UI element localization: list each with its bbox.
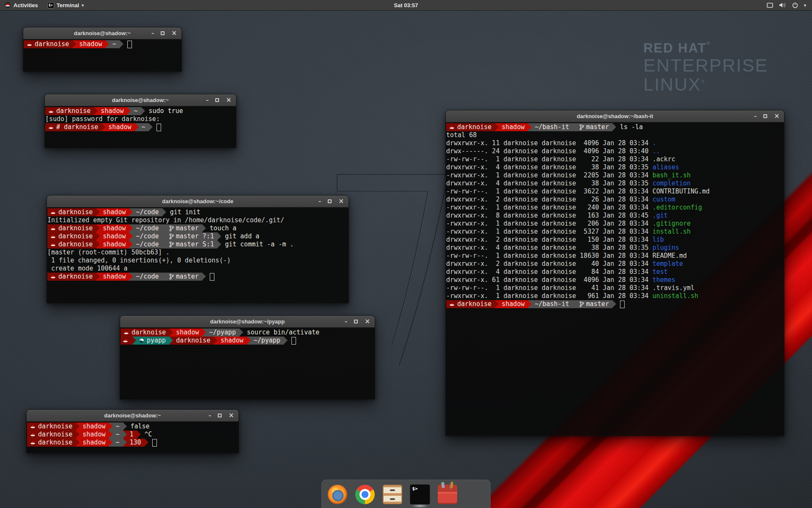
powerline-segment: ~/code bbox=[133, 224, 162, 232]
terminal-icon bbox=[410, 485, 430, 504]
powerline-separator-icon bbox=[137, 431, 141, 439]
close-button[interactable]: × bbox=[226, 94, 231, 106]
redhat-icon bbox=[123, 330, 129, 335]
terminal-content[interactable]: darknoiseshadow~/bash-itmasterls -latota… bbox=[446, 122, 784, 436]
terminal-cursor bbox=[210, 273, 214, 281]
powerline-segment: master bbox=[576, 300, 612, 308]
powerline-segment: ~ bbox=[112, 422, 123, 431]
powerline-separator-icon bbox=[76, 422, 80, 431]
powerline-separator-icon bbox=[217, 232, 221, 240]
command-text: touch a bbox=[210, 224, 236, 232]
powerline-separator-icon bbox=[96, 240, 100, 248]
close-button[interactable]: × bbox=[365, 316, 370, 327]
terminal-content[interactable]: darknoiseshadow~falsedarknoiseshadow~1^C… bbox=[27, 422, 239, 453]
maximize-button[interactable] bbox=[354, 320, 358, 323]
window-titlebar[interactable]: darknoise@shadow:~/bash-it–× bbox=[446, 110, 784, 122]
activities-button[interactable]: Activities bbox=[0, 0, 42, 10]
minimize-button[interactable]: – bbox=[208, 410, 211, 421]
maximize-button[interactable] bbox=[328, 199, 332, 203]
powerline-segment bbox=[121, 337, 132, 345]
terminal-output-line: drwx------. 24 darknoise darknoise 4096 … bbox=[446, 147, 784, 155]
close-button[interactable]: × bbox=[171, 28, 177, 39]
minimize-button[interactable]: – bbox=[151, 28, 154, 39]
powerline-segment: shadow bbox=[80, 422, 109, 431]
window-titlebar[interactable]: darknoise@shadow:~/pyapp–× bbox=[120, 316, 375, 328]
terminal-prompt-line: darknoiseshadow~1^C bbox=[27, 431, 239, 439]
close-button[interactable]: × bbox=[774, 110, 779, 122]
powerline-separator-icon bbox=[129, 273, 133, 281]
terminal-window: darknoise@shadow:~/pyapp–×darknoiseshado… bbox=[120, 315, 375, 400]
terminal-content[interactable]: darknoiseshadow~/codegit initInitialized… bbox=[47, 207, 348, 303]
powerline-separator-icon bbox=[239, 329, 243, 337]
close-button[interactable]: × bbox=[228, 410, 234, 421]
powerline-separator-icon bbox=[528, 300, 532, 308]
terminal-window: darknoise@shadow:~–×darknoiseshadow~fals… bbox=[26, 409, 239, 453]
minimize-button[interactable]: – bbox=[754, 110, 757, 122]
powerline-segment: shadow bbox=[173, 329, 202, 337]
window-title: darknoise@shadow:~/bash-it bbox=[446, 113, 784, 119]
app-grid-icon bbox=[465, 485, 485, 504]
powerline-segment: master bbox=[166, 273, 202, 281]
dock-item-app-grid[interactable] bbox=[465, 485, 485, 504]
window-titlebar[interactable]: darknoise@shadow:~/code–× bbox=[47, 196, 348, 207]
dock-item-files[interactable] bbox=[383, 485, 402, 504]
dock-item-terminal[interactable] bbox=[410, 485, 430, 504]
output-text: -rwxrwxr-x. 1 darknoise darknoise 961 Ja… bbox=[446, 292, 653, 300]
powerline-segment: shadow bbox=[217, 337, 247, 345]
window-titlebar[interactable]: darknoise@shadow:~–× bbox=[23, 28, 181, 39]
system-status-area[interactable]: ▾ bbox=[761, 0, 812, 10]
files-icon bbox=[383, 485, 402, 504]
window-titlebar[interactable]: darknoise@shadow:~–× bbox=[27, 410, 239, 422]
powerline-segment: pyapp bbox=[136, 337, 169, 345]
powerline-separator-icon bbox=[96, 273, 100, 281]
terminal-window: darknoise@shadow:~–×darknoiseshadow~sudo… bbox=[44, 94, 236, 148]
output-text: drwxrwxr-x. 2 darknoise darknoise 26 Jan… bbox=[446, 196, 653, 203]
chevron-down-icon: ▾ bbox=[82, 3, 84, 8]
redhat-icon bbox=[449, 125, 455, 130]
maximize-button[interactable] bbox=[218, 414, 222, 417]
maximize-button[interactable] bbox=[763, 114, 767, 118]
window-title: darknoise@shadow:~/pyapp bbox=[120, 318, 375, 325]
file-name: lib bbox=[653, 236, 664, 243]
powerline-segment: darknoise bbox=[27, 422, 76, 431]
terminal-content[interactable]: darknoiseshadow~ bbox=[23, 39, 181, 72]
close-button[interactable]: × bbox=[338, 196, 344, 207]
terminal-output-line: create mode 100644 a bbox=[47, 265, 348, 273]
window-title: darknoise@shadow:~ bbox=[27, 412, 239, 419]
clock-label[interactable]: Sat 03:57 bbox=[394, 2, 418, 8]
powerline-segment: shadow bbox=[98, 107, 127, 115]
dock-item-firefox[interactable] bbox=[328, 485, 347, 504]
command-text: source bin/activate bbox=[247, 329, 320, 337]
terminal-content[interactable]: darknoiseshadow~sudo true[sudo] password… bbox=[45, 106, 236, 148]
redhat-icon bbox=[48, 109, 54, 113]
powerline-separator-icon bbox=[169, 337, 173, 345]
maximize-button[interactable] bbox=[215, 98, 219, 102]
output-text: -rw-rw-r--. 1 darknoise darknoise 18630 … bbox=[446, 252, 653, 260]
maximize-button[interactable] bbox=[161, 31, 165, 35]
minimize-button[interactable]: – bbox=[345, 316, 348, 327]
dock-item-toolbox[interactable] bbox=[438, 485, 457, 504]
powerline-separator-icon bbox=[169, 329, 173, 337]
powerline-segment: darknoise bbox=[45, 107, 94, 115]
window-buttons: –× bbox=[345, 316, 375, 327]
chevron-down-icon: ▾ bbox=[804, 3, 806, 8]
output-text: drwx------. 24 darknoise darknoise 4096 … bbox=[446, 147, 653, 155]
powerline-segment: darknoise bbox=[24, 40, 72, 48]
minimize-button[interactable]: – bbox=[206, 94, 209, 106]
powerline-separator-icon bbox=[284, 337, 288, 345]
dock bbox=[321, 480, 491, 508]
powerline-segment: ~/bash-it bbox=[532, 123, 572, 131]
output-text: [sudo] password for darknoise: bbox=[45, 115, 160, 123]
output-text: drwxrwxr-x. 2 darknoise darknoise 150 Ja… bbox=[446, 236, 653, 243]
dock-item-chrome[interactable] bbox=[355, 485, 375, 504]
output-text: 1 file changed, 0 insertions(+), 0 delet… bbox=[47, 257, 230, 264]
minimize-button[interactable]: – bbox=[318, 196, 321, 207]
redhat-icon bbox=[50, 234, 56, 239]
powerline-separator-icon bbox=[123, 422, 127, 431]
app-menu[interactable]: $> Terminal ▾ bbox=[42, 0, 89, 10]
powerline-segment: shadow bbox=[100, 208, 129, 216]
redhat-icon bbox=[123, 338, 128, 343]
window-titlebar[interactable]: darknoise@shadow:~–× bbox=[45, 94, 236, 106]
terminal-output-line: -rwxrwxr-x. 1 darknoise darknoise 5327 J… bbox=[446, 228, 784, 236]
terminal-content[interactable]: darknoiseshadow~/pyappsource bin/activat… bbox=[120, 328, 375, 399]
